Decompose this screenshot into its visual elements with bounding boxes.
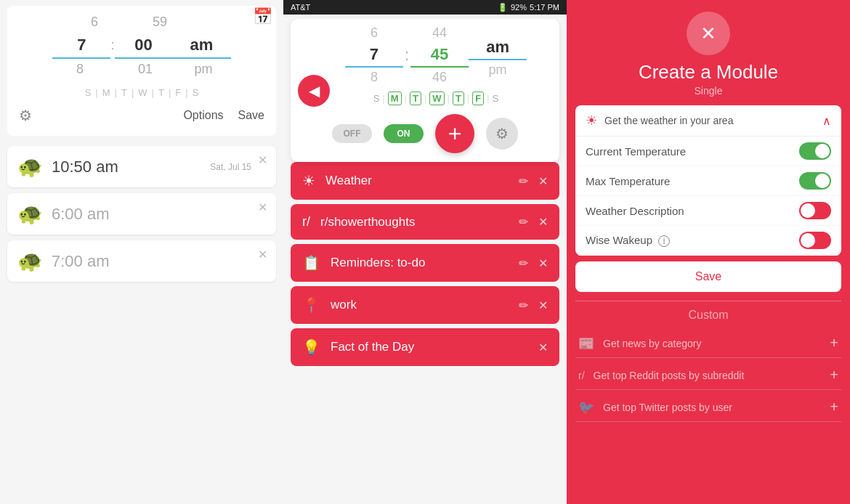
reminders-module-icon: 📋 (302, 254, 320, 272)
weather-close-icon[interactable]: ✕ (538, 174, 548, 188)
hour-main-left[interactable]: 7 (52, 33, 110, 59)
current-temp-toggle[interactable] (799, 142, 831, 160)
close-button[interactable]: ✕ (687, 12, 730, 55)
day-S2[interactable]: S (193, 87, 199, 98)
ampm-below-mid: pm (469, 60, 527, 80)
fact-module-actions: ✕ (538, 341, 548, 354)
divider-right (575, 301, 841, 301)
current-temp-label: Current Temperature (586, 145, 799, 158)
fact-module-label: Fact of the Day (331, 340, 538, 354)
news-add-icon[interactable]: + (830, 335, 838, 351)
twitter-custom-label: Get top Twitter posts by user (603, 402, 830, 413)
weather-module-actions: ✏ ✕ (519, 174, 548, 188)
module-item-reddit[interactable]: r/ r/showerthoughts ✏ ✕ (291, 204, 559, 240)
alarm-date-1: Sat, Jul 15 (210, 162, 251, 172)
day-T2[interactable]: T (158, 87, 164, 98)
work-edit-icon[interactable]: ✏ (519, 298, 528, 312)
module-options-panel: ☀ Get the weather in your area ∧ Current… (575, 105, 841, 256)
weather-edit-icon[interactable]: ✏ (519, 174, 528, 188)
module-item-reminders[interactable]: 📋 Reminders: to-do ✏ ✕ (291, 244, 559, 282)
day-T1[interactable]: T (121, 87, 127, 98)
work-module-label: work (331, 298, 519, 312)
weather-desc-toggle[interactable] (799, 202, 831, 219)
day-mid-M[interactable]: M (388, 92, 402, 105)
weather-desc-label: Weather Description (586, 205, 799, 217)
reddit-edit-icon[interactable]: ✏ (519, 215, 528, 229)
battery-icon: 🔋 (498, 3, 508, 12)
settings-button-mid[interactable]: ⚙ (486, 118, 518, 150)
twitter-custom-icon: 🐦 (578, 399, 594, 415)
module-list: ☀ Weather ✏ ✕ r/ r/showerthoughts ✏ ✕ 📋 … (283, 162, 567, 504)
save-button-left[interactable]: Save (238, 109, 264, 122)
alarm-close-3[interactable]: ✕ (258, 248, 267, 261)
panel-create-module: ✕ Create a Module Single ☀ Get the weath… (567, 0, 850, 504)
ampm-main-mid[interactable]: am (469, 36, 527, 60)
calendar-icon[interactable]: 📅 (253, 7, 272, 26)
toggle-off-button[interactable]: OFF (332, 124, 372, 143)
wise-wakeup-info-icon[interactable]: i (658, 235, 670, 247)
hour-below-mid: 8 (345, 68, 403, 87)
ampm-main-left[interactable]: am (173, 33, 231, 59)
save-button-right[interactable]: Save (575, 261, 841, 292)
work-close-icon[interactable]: ✕ (538, 298, 548, 312)
reminders-edit-icon[interactable]: ✏ (519, 256, 528, 270)
day-mid-T2[interactable]: T (453, 92, 464, 105)
back-button[interactable]: ◀ (298, 75, 330, 107)
ampm-below-left: pm (174, 59, 232, 80)
options-button-left[interactable]: Options (183, 109, 223, 122)
reddit-add-icon[interactable]: + (830, 367, 838, 383)
custom-item-news[interactable]: 📰 Get news by category + (575, 329, 841, 358)
module-item-fact[interactable]: 💡 Fact of the Day ✕ (291, 328, 559, 366)
day-mid-T1[interactable]: T (410, 92, 421, 105)
toggle-on-button[interactable]: ON (384, 124, 424, 143)
alarm-time-2: 6:00 am (52, 205, 110, 224)
alarm-icon-inactive-2: 🐢 (17, 249, 43, 273)
minute-below-mid: 46 (410, 68, 469, 87)
day-mid-F[interactable]: F (472, 92, 484, 105)
fact-close-icon[interactable]: ✕ (538, 341, 548, 354)
day-S1[interactable]: S (85, 87, 92, 98)
control-row: OFF ON + ⚙ (291, 107, 559, 159)
reddit-close-icon[interactable]: ✕ (538, 215, 548, 229)
news-custom-icon: 📰 (578, 336, 594, 351)
toggle-row-weather-desc: Weather Description (575, 196, 841, 226)
custom-item-twitter[interactable]: 🐦 Get top Twitter posts by user + (575, 393, 841, 422)
day-F[interactable]: F (175, 87, 181, 98)
day-mid-S2[interactable]: S (493, 93, 499, 104)
day-mid-W[interactable]: W (429, 92, 444, 105)
add-alarm-button[interactable]: + (435, 114, 474, 153)
weather-option-header[interactable]: ☀ Get the weather in your area ∧ (575, 105, 841, 137)
weather-module-icon: ☀ (302, 172, 315, 190)
alarm-close-2[interactable]: ✕ (258, 200, 267, 214)
days-row-mid: S | M | T | W | T | F | S (291, 87, 559, 107)
battery-pct: 92% (511, 3, 527, 12)
fact-module-icon: 💡 (302, 338, 320, 356)
max-temp-toggle[interactable] (799, 172, 831, 190)
alarm-item-1[interactable]: 🐢 10:50 am Sat, Jul 15 ✕ (7, 146, 276, 187)
news-custom-label: Get news by category (603, 338, 830, 349)
minute-main-mid[interactable]: 45 (410, 43, 469, 68)
minute-main-left[interactable]: 00 (115, 33, 173, 59)
minute-above-mid: 44 (410, 23, 469, 43)
hour-main-mid[interactable]: 7 (345, 43, 403, 68)
day-W[interactable]: W (138, 87, 147, 98)
wise-wakeup-toggle[interactable] (799, 232, 831, 249)
day-mid-S1[interactable]: S (373, 93, 380, 104)
alarm-item-3[interactable]: 🐢 7:00 am ✕ (7, 240, 276, 282)
minute-above-left: 59 (131, 12, 189, 33)
module-item-weather[interactable]: ☀ Weather ✏ ✕ (291, 162, 559, 200)
custom-item-reddit[interactable]: r/ Get top Reddit posts by subreddit + (575, 361, 841, 390)
weather-option-icon: ☀ (586, 113, 597, 129)
gear-icon-left[interactable]: ⚙ (19, 107, 32, 124)
weather-module-label: Weather (325, 174, 519, 188)
module-item-work[interactable]: 📍 work ✏ ✕ (291, 286, 559, 324)
day-M[interactable]: M (102, 87, 110, 98)
toggle-row-current-temp: Current Temperature (575, 137, 841, 166)
alarm-close-1[interactable]: ✕ (258, 153, 267, 167)
reminders-module-actions: ✏ ✕ (519, 256, 548, 270)
twitter-add-icon[interactable]: + (830, 399, 838, 415)
alarm-item-2[interactable]: 🐢 6:00 am ✕ (7, 193, 276, 235)
reminders-close-icon[interactable]: ✕ (538, 256, 548, 270)
reddit-module-actions: ✏ ✕ (519, 215, 548, 229)
carrier-label: AT&T (291, 3, 310, 12)
